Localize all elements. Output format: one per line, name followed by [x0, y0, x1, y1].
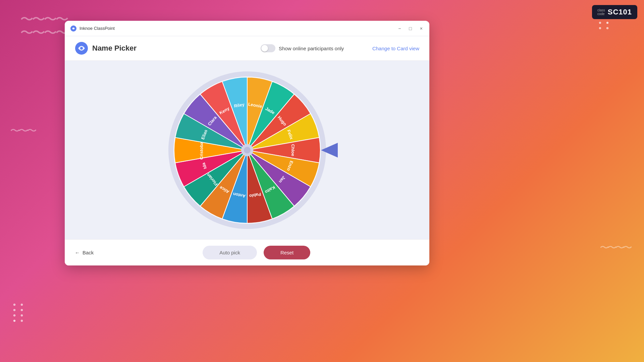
dot — [13, 304, 15, 306]
dot — [606, 22, 608, 24]
title-bar-title: Inknoe ClassPoint — [79, 26, 397, 31]
dot — [599, 27, 601, 29]
footer: ← Back Auto pick Reset — [65, 239, 429, 265]
dot — [13, 309, 15, 311]
back-button[interactable]: ← Back — [75, 250, 94, 255]
bg-dots-bottom-left — [13, 304, 25, 322]
dot — [13, 320, 15, 322]
wheel-pointer — [321, 143, 338, 158]
dot — [599, 22, 601, 24]
toggle-group: Show online participants only — [232, 44, 372, 52]
app-header: Name Picker Show online participants onl… — [65, 36, 429, 61]
title-bar: Inknoe ClassPoint − □ × — [65, 21, 429, 36]
toggle-thumb — [261, 45, 268, 52]
bg-dots-top-right — [599, 22, 610, 29]
app-title: Name Picker — [92, 44, 232, 53]
dot — [13, 314, 15, 316]
dot — [21, 304, 23, 306]
bg-squiggle-mid: 〜〜〜〜 — [20, 23, 67, 42]
class-code-value: SC101 — [608, 8, 632, 16]
app-icon — [70, 25, 77, 32]
back-arrow-icon: ← — [75, 250, 80, 255]
class-code-label: class code — [597, 8, 605, 16]
svg-point-24 — [244, 147, 251, 154]
main-window: Inknoe ClassPoint − □ × Name Picker Show… — [65, 21, 429, 265]
svg-point-2 — [80, 47, 83, 50]
svg-text:Chloe: Chloe — [290, 144, 295, 156]
bg-squiggle-left: 〜〜〜 — [10, 124, 35, 138]
spinner-wheel[interactable]: RileyLeonieJadeHugoFelixChloeEnzoJanKait… — [167, 70, 328, 231]
auto-pick-button[interactable]: Auto pick — [203, 246, 257, 259]
classpoint-logo — [75, 42, 88, 55]
content-area: RileyLeonieJadeHugoFelixChloeEnzoJanKait… — [65, 61, 429, 239]
window-controls: − □ × — [397, 25, 424, 32]
footer-actions: Auto pick Reset — [203, 246, 310, 259]
close-button[interactable]: × — [419, 25, 424, 32]
change-view-button[interactable]: Change to Card view — [372, 46, 419, 51]
online-only-toggle[interactable] — [261, 44, 275, 52]
wheel-container[interactable]: RileyLeonieJadeHugoFelixChloeEnzoJanKait… — [167, 70, 328, 231]
svg-text:Cristobal: Cristobal — [199, 140, 204, 159]
reset-button[interactable]: Reset — [264, 246, 310, 259]
class-code-badge: class code SC101 — [592, 5, 637, 19]
back-label: Back — [83, 250, 94, 255]
dot — [21, 309, 23, 311]
dot — [606, 27, 608, 29]
toggle-label: Show online participants only — [279, 46, 344, 51]
bg-squiggle-right: 〜〜〜〜 — [600, 241, 631, 254]
maximize-button[interactable]: □ — [408, 25, 413, 32]
dot — [21, 314, 23, 316]
minimize-button[interactable]: − — [397, 25, 402, 32]
dot — [21, 320, 23, 322]
